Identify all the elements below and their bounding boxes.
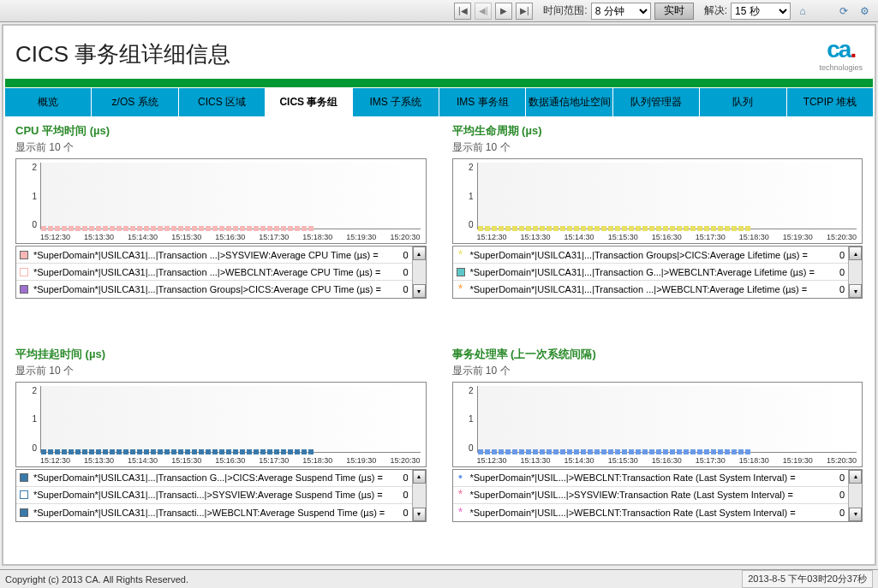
timestamp-text: 2013-8-5 下午03时20分37秒 [742,570,873,588]
tab-overview[interactable]: 概览 [5,88,92,116]
title-bar: CICS 事务组详细信息 ca. technologies [3,26,875,79]
legend-value: 0 [833,490,845,500]
legend-value: 0 [833,250,845,260]
legend-label: *SuperDomain*|USILCA31|...|Transaction G… [470,267,828,277]
chart-area[interactable]: 21015:12:3015:13:3015:14:3015:15:3015:16… [452,382,863,467]
copyright-text: Copyright (c) 2013 CA. All Rights Reserv… [5,574,188,585]
tab-queue[interactable]: 队列 [700,88,786,116]
panel-subtitle: 显示前 10 个 [452,364,863,378]
legend-row[interactable]: **SuperDomain*|USILCA31|...|Transaction … [453,246,849,264]
chart-area[interactable]: 21015:12:3015:13:3015:14:3015:15:3015:16… [15,158,427,244]
live-button[interactable]: 实时 [654,3,694,20]
legend-label: *SuperDomain*|USILCA31|...|Transaction G… [33,472,391,483]
legend-label: *SuperDomain*|USIL...|>WEBCLNT:Transacti… [470,508,828,518]
legend-label: *SuperDomain*|USIL...|>WEBCLNT:Transacti… [470,472,828,483]
legend-value: 0 [833,508,845,518]
legend-swatch-icon: • [457,473,465,482]
legend: *SuperDomain*|USILCA31|...|Transaction .… [15,246,427,299]
tab-cics-region[interactable]: CICS 区域 [179,88,266,116]
legend-row[interactable]: **SuperDomain*|USILCA31|...|Transaction … [453,281,849,298]
legend-row[interactable]: **SuperDomain*|USIL...|>SYSVIEW:Transact… [453,487,849,504]
panel-subtitle: 显示前 10 个 [15,140,427,155]
legend-row[interactable]: *SuperDomain*|USILCA31|...|Transacti...|… [16,487,412,504]
tabs: 概览 z/OS 系统 CICS 区域 CICS 事务组 IMS 子系统 IMS … [5,87,873,116]
tab-cics-trans-group[interactable]: CICS 事务组 [266,88,352,116]
chart-panel: 事务处理率 (上一次系统间隔)显示前 10 个21015:12:3015:13:… [452,347,863,558]
tab-queue-mgr[interactable]: 队列管理器 [613,88,700,116]
scrollbar[interactable]: ▴▾ [848,470,862,521]
legend-row[interactable]: *SuperDomain*|USILCA31|...|Transaction .… [16,246,412,264]
legend-row[interactable]: *SuperDomain*|USILCA31|...|Transacti...|… [16,504,412,521]
panel-title: 平均挂起时间 (µs) [15,347,427,362]
scroll-up-icon[interactable]: ▴ [849,470,862,484]
legend-swatch-icon [20,473,28,482]
scroll-down-icon[interactable]: ▾ [413,284,426,298]
footer: Copyright (c) 2013 CA. All Rights Reserv… [0,569,878,588]
resolution-label: 解决: [704,3,727,18]
main-window: CICS 事务组详细信息 ca. technologies 概览 z/OS 系统… [2,24,876,566]
settings-icon[interactable]: ⚙ [856,3,873,20]
tab-zos[interactable]: z/OS 系统 [92,88,178,116]
legend-swatch-icon [457,268,465,276]
page-title: CICS 事务组详细信息 [15,39,230,69]
legend-label: *SuperDomain*|USILCA31|...|Transaction G… [470,250,828,260]
panel-subtitle: 显示前 10 个 [15,364,427,378]
nav-prev-icon[interactable]: ◀| [475,3,492,20]
legend-row[interactable]: *SuperDomain*|USILCA31|...|Transaction G… [453,264,849,281]
toolbar: |◀ ◀| ▶ ▶| 时间范围: 8 分钟 实时 解决: 15 秒 ⌂ ⟳ ⚙ [0,0,878,22]
legend: *SuperDomain*|USILCA31|...|Transaction G… [15,469,427,522]
legend-value: 0 [397,250,409,260]
scrollbar[interactable]: ▴▾ [412,470,426,521]
legend-label: *SuperDomain*|USILCA31|...|Transaction G… [33,284,391,294]
divider-bar [5,79,873,87]
chart-area[interactable]: 21015:12:3015:13:3015:14:3015:15:3015:16… [15,382,427,467]
legend-swatch-icon: * [457,251,465,259]
tab-data-comm[interactable]: 数据通信地址空间 [526,88,612,116]
home-icon[interactable]: ⌂ [794,3,811,20]
logo-subtext: technologies [819,63,863,72]
panel-title: CPU 平均时间 (µs) [15,123,427,139]
scroll-down-icon[interactable]: ▾ [849,508,862,521]
legend-row[interactable]: •*SuperDomain*|USIL...|>WEBCLNT:Transact… [453,470,849,487]
chart-panel: 平均挂起时间 (µs)显示前 10 个21015:12:3015:13:3015… [15,347,427,558]
legend-swatch-icon [20,285,28,294]
legend: **SuperDomain*|USILCA31|...|Transaction … [452,246,863,299]
legend-label: *SuperDomain*|USILCA31|...|Transaction .… [33,267,391,277]
nav-last-icon[interactable]: ▶| [516,3,533,20]
refresh-icon[interactable]: ⟳ [835,3,852,20]
time-range-select[interactable]: 8 分钟 [591,3,651,20]
legend-swatch-icon: * [457,490,465,499]
legend-swatch-icon: * [457,285,465,294]
chart-panel: 平均生命周期 (µs)显示前 10 个21015:12:3015:13:3015… [452,123,863,335]
legend-value: 0 [397,508,409,518]
legend-value: 0 [833,267,845,277]
resolution-select[interactable]: 15 秒 [731,3,791,20]
nav-first-icon[interactable]: |◀ [454,3,471,20]
legend-row[interactable]: *SuperDomain*|USILCA31|...|Transaction G… [16,281,412,298]
scroll-up-icon[interactable]: ▴ [413,246,426,260]
legend-value: 0 [833,472,845,483]
scroll-down-icon[interactable]: ▾ [849,284,862,298]
legend-label: *SuperDomain*|USIL...|>SYSVIEW:Transacti… [470,490,828,500]
panel-title: 平均生命周期 (µs) [452,123,863,139]
scrollbar[interactable]: ▴▾ [848,246,862,298]
legend-row[interactable]: **SuperDomain*|USIL...|>WEBCLNT:Transact… [453,504,849,521]
chart-area[interactable]: 21015:12:3015:13:3015:14:3015:15:3015:16… [452,158,863,244]
scroll-up-icon[interactable]: ▴ [413,470,426,484]
scrollbar[interactable]: ▴▾ [412,246,426,298]
legend-label: *SuperDomain*|USILCA31|...|Transaction .… [33,250,391,260]
content-grid: CPU 平均时间 (µs)显示前 10 个21015:12:3015:13:30… [3,116,875,564]
logo-ca: ca. [819,36,863,63]
tab-ims-trans-group[interactable]: IMS 事务组 [439,88,526,116]
legend-swatch-icon: * [457,508,465,517]
legend-row[interactable]: *SuperDomain*|USILCA31|...|Transaction G… [16,470,412,487]
scroll-up-icon[interactable]: ▴ [849,246,862,260]
legend-row[interactable]: *SuperDomain*|USILCA31|...|Transaction .… [16,264,412,281]
tab-ims-subsystem[interactable]: IMS 子系统 [353,88,439,116]
legend-label: *SuperDomain*|USILCA31|...|Transaction .… [470,284,828,294]
scroll-down-icon[interactable]: ▾ [413,508,426,521]
legend-value: 0 [397,284,409,294]
time-range-label: 时间范围: [543,3,587,18]
nav-play-icon[interactable]: ▶ [495,3,512,20]
tab-tcpip[interactable]: TCPIP 堆栈 [787,88,873,116]
